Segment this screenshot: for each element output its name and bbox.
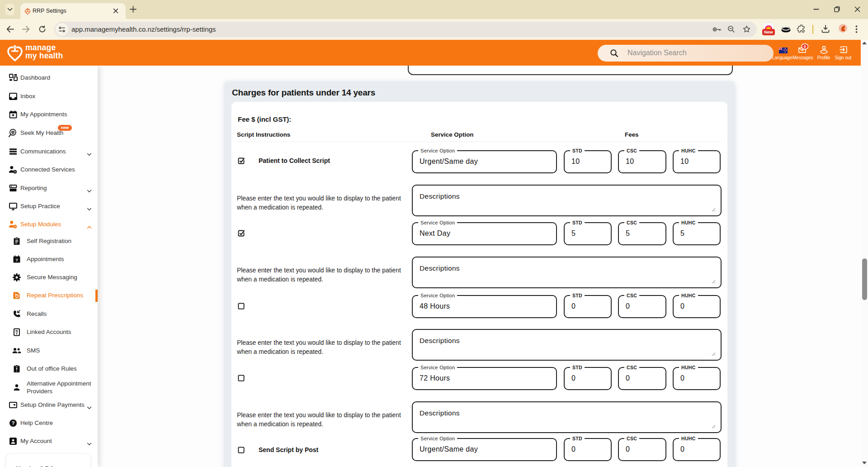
svg-text:0: 0 <box>804 44 806 49</box>
svg-text:?: ? <box>15 257 18 262</box>
svg-text:?: ? <box>12 420 15 426</box>
